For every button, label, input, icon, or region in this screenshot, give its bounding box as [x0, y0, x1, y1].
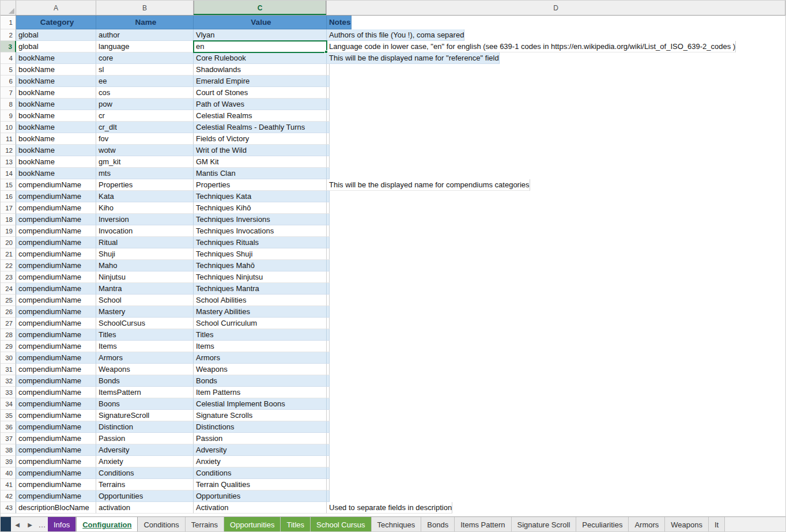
- cell[interactable]: compendiumName: [16, 410, 96, 421]
- cell[interactable]: compendiumName: [16, 248, 96, 260]
- row-number[interactable]: 36: [1, 421, 16, 433]
- cell[interactable]: Boons: [96, 398, 194, 410]
- cell[interactable]: Opportunities: [96, 491, 194, 502]
- cell[interactable]: [327, 283, 330, 295]
- cell[interactable]: [327, 444, 330, 456]
- cell[interactable]: bookName: [16, 133, 96, 145]
- row-number[interactable]: 15: [1, 179, 16, 191]
- cell[interactable]: compendiumName: [16, 260, 96, 271]
- row-number[interactable]: 23: [1, 271, 16, 283]
- cell[interactable]: Inversion: [96, 214, 194, 225]
- cell[interactable]: activation: [96, 502, 194, 514]
- sheet-tab-configuration[interactable]: Configuration: [76, 517, 138, 532]
- cell[interactable]: Armors: [194, 352, 327, 364]
- row-number[interactable]: 4: [1, 52, 16, 64]
- row-number[interactable]: 32: [1, 375, 16, 387]
- cell[interactable]: [327, 421, 330, 433]
- cell[interactable]: compendiumName: [16, 237, 96, 248]
- cell[interactable]: cr: [96, 110, 194, 122]
- cell[interactable]: compendiumName: [16, 341, 96, 352]
- cell[interactable]: ItemsPattern: [96, 387, 194, 398]
- row-number[interactable]: 3: [1, 41, 16, 52]
- cell[interactable]: compendiumName: [16, 398, 96, 410]
- sheet-tab-signature-scroll[interactable]: Signature Scroll: [512, 517, 577, 532]
- cell[interactable]: School Curriculum: [194, 318, 327, 329]
- cell[interactable]: Celestial Realms: [194, 110, 327, 122]
- row-number[interactable]: 14: [1, 168, 16, 179]
- cell[interactable]: Techniques Ninjutsu: [194, 271, 327, 283]
- row-number[interactable]: 29: [1, 341, 16, 352]
- cell[interactable]: Mastery: [96, 306, 194, 318]
- cell[interactable]: Conditions: [96, 467, 194, 479]
- cell[interactable]: [327, 214, 330, 225]
- cell[interactable]: compendiumName: [16, 191, 96, 202]
- cell[interactable]: bookName: [16, 76, 96, 87]
- row-number[interactable]: 40: [1, 467, 16, 479]
- cell[interactable]: global: [16, 29, 96, 41]
- cell[interactable]: bookName: [16, 145, 96, 156]
- cell[interactable]: This will be the displayed name for comp…: [327, 179, 530, 191]
- row-number[interactable]: 18: [1, 214, 16, 225]
- row-number[interactable]: 21: [1, 248, 16, 260]
- cell[interactable]: SignatureScroll: [96, 410, 194, 421]
- cell[interactable]: Invocation: [96, 225, 194, 237]
- cell[interactable]: Court of Stones: [194, 87, 327, 99]
- cell[interactable]: Path of Waves: [194, 99, 327, 110]
- sheet-tab-items-pattern[interactable]: Items Pattern: [455, 517, 511, 532]
- cell[interactable]: language: [96, 41, 194, 52]
- cell[interactable]: compendiumName: [16, 444, 96, 456]
- cell[interactable]: [327, 341, 330, 352]
- cell[interactable]: bookName: [16, 168, 96, 179]
- cell[interactable]: Celestial Implement Boons: [194, 398, 327, 410]
- sheet-tab-weapons[interactable]: Weapons: [665, 517, 709, 532]
- cell[interactable]: Passion: [96, 433, 194, 444]
- cell[interactable]: [327, 352, 330, 364]
- cell[interactable]: SchoolCursus: [96, 318, 194, 329]
- cell[interactable]: School: [96, 295, 194, 306]
- cell[interactable]: compendiumName: [16, 295, 96, 306]
- sheet-tab-peculiarities[interactable]: Peculiarities: [576, 517, 629, 532]
- cell[interactable]: ee: [96, 76, 194, 87]
- cell[interactable]: compendiumName: [16, 271, 96, 283]
- cell[interactable]: [327, 110, 330, 122]
- cell[interactable]: Items: [194, 341, 327, 352]
- row-number[interactable]: 34: [1, 398, 16, 410]
- cell[interactable]: Items: [96, 341, 194, 352]
- sheet-tab-armors[interactable]: Armors: [629, 517, 665, 532]
- cell[interactable]: Language code in lower case, "en" for en…: [327, 41, 736, 52]
- cell[interactable]: [327, 225, 330, 237]
- cell[interactable]: Ritual: [96, 237, 194, 248]
- cell[interactable]: GM Kit: [194, 156, 327, 168]
- cell[interactable]: compendiumName: [16, 387, 96, 398]
- cell[interactable]: Weapons: [194, 364, 327, 375]
- row-number[interactable]: 7: [1, 87, 16, 99]
- row-number[interactable]: 26: [1, 306, 16, 318]
- cell[interactable]: Ninjutsu: [96, 271, 194, 283]
- cell[interactable]: Titles: [194, 329, 327, 341]
- cell[interactable]: Techniques Inversions: [194, 214, 327, 225]
- cell[interactable]: Writ of the Wild: [194, 145, 327, 156]
- cell[interactable]: Conditions: [194, 467, 327, 479]
- cell[interactable]: descriptionBlocName: [16, 502, 96, 514]
- cell[interactable]: [327, 410, 330, 421]
- cell[interactable]: Shadowlands: [194, 64, 327, 76]
- row-number[interactable]: 27: [1, 318, 16, 329]
- cell[interactable]: compendiumName: [16, 179, 96, 191]
- sheet-tab-school-cursus[interactable]: School Cursus: [311, 517, 372, 532]
- cell[interactable]: This will be the displayed name for "ref…: [327, 52, 500, 64]
- cell[interactable]: compendiumName: [16, 214, 96, 225]
- row-number[interactable]: 13: [1, 156, 16, 168]
- column-header-b[interactable]: B: [96, 1, 194, 15]
- row-number[interactable]: 9: [1, 110, 16, 122]
- cell[interactable]: Techniques Rituals: [194, 237, 327, 248]
- row-number[interactable]: 10: [1, 122, 16, 133]
- cell[interactable]: [327, 375, 330, 387]
- cell[interactable]: Techniques Invocations: [194, 225, 327, 237]
- cell[interactable]: Adversity: [96, 444, 194, 456]
- row-number[interactable]: 42: [1, 491, 16, 502]
- cell[interactable]: Core Rulebook: [194, 52, 327, 64]
- row-number[interactable]: 24: [1, 283, 16, 295]
- cell[interactable]: [327, 295, 330, 306]
- cell[interactable]: compendiumName: [16, 433, 96, 444]
- cell[interactable]: [327, 398, 330, 410]
